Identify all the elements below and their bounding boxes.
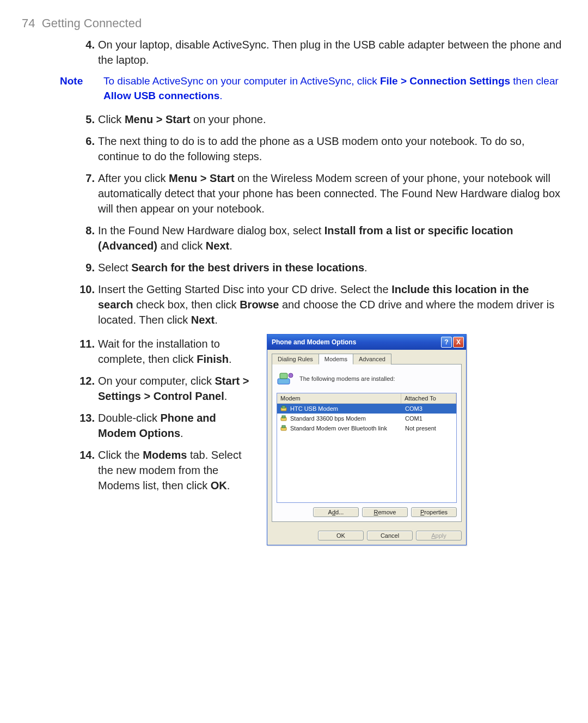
btn-text: A xyxy=(328,509,332,515)
step-bold: Search for the best drivers in these loc… xyxy=(131,262,364,274)
tab-advanced[interactable]: Advanced xyxy=(353,354,391,364)
phone-modem-options-dialog: Phone and Modem Options ? X Dialing Rule… xyxy=(267,334,467,545)
step-text: In the Found New Hardware dialog box, se… xyxy=(98,224,324,236)
step-5: 5. Click Menu > Start on your phone. xyxy=(76,112,566,127)
modem-icon xyxy=(280,424,288,432)
btn-text: roperties xyxy=(424,509,448,515)
step-number: 10. xyxy=(76,282,98,327)
step-text: . xyxy=(180,427,183,439)
step-body: The next thing to do is to add the phone… xyxy=(98,133,566,164)
step-7: 7. After you click Menu > Start on the W… xyxy=(76,171,566,216)
step-14: 14. Click the Modems tab. Select the new… xyxy=(76,447,256,493)
page-title: Getting Connected xyxy=(42,16,142,30)
svg-rect-4 xyxy=(282,406,285,408)
close-icon: X xyxy=(456,338,461,346)
step-text: . xyxy=(227,479,230,491)
dialog-title: Phone and Modem Options xyxy=(272,338,440,346)
step-text: . xyxy=(215,314,218,326)
modem-port: COM3 xyxy=(405,405,422,412)
tabs: Dialing Rules Modems Advanced xyxy=(272,353,462,364)
step-text: and click xyxy=(157,240,206,252)
step-body: Select Search for the best drivers in th… xyxy=(98,260,566,275)
dialog-footer: OK Cancel Apply xyxy=(267,526,466,545)
step-number: 6. xyxy=(76,133,98,164)
modem-name: Standard 33600 bps Modem xyxy=(290,415,366,422)
step-body: Click Menu > Start on your phone. xyxy=(98,112,566,127)
note: Note To disable ActiveSync on your compu… xyxy=(60,74,566,103)
btn-text: A xyxy=(431,532,435,539)
step-bold: Finish xyxy=(197,353,229,365)
step-text: Insert the Getting Started Disc into you… xyxy=(98,283,391,295)
step-body: In the Found New Hardware dialog box, se… xyxy=(98,223,566,253)
properties-button[interactable]: Properties xyxy=(411,507,457,517)
ok-button[interactable]: OK xyxy=(318,531,364,540)
page-number: 74 xyxy=(22,16,35,30)
step-text: check box, then click xyxy=(133,299,240,311)
step-text: Click the xyxy=(98,449,143,461)
step-bold: Next xyxy=(206,240,229,252)
remove-button[interactable]: Remove xyxy=(362,507,408,517)
step-bold: OK xyxy=(211,479,227,491)
modem-icon xyxy=(277,370,294,387)
step-text: Select xyxy=(98,262,131,274)
step-number: 7. xyxy=(76,171,98,216)
header-port[interactable]: Attached To xyxy=(401,393,456,403)
list-item[interactable]: Standard Modem over Bluetooth linkNot pr… xyxy=(277,423,456,433)
step-9: 9. Select Search for the best drivers in… xyxy=(76,260,566,275)
step-12: 12. On your computer, click Start > Sett… xyxy=(76,373,256,404)
list-item[interactable]: Standard 33600 bps ModemCOM1 xyxy=(277,414,456,423)
modem-icon xyxy=(280,415,288,422)
modems-list[interactable]: Modem Attached To HTC USB ModemCOM3Stand… xyxy=(277,393,457,503)
step-body: Wait for the installation to complete, t… xyxy=(98,336,256,367)
step-number: 11. xyxy=(76,336,98,367)
modem-port: COM1 xyxy=(405,415,422,422)
step-11: 11. Wait for the installation to complet… xyxy=(76,336,256,367)
step-body: On your computer, click Start > Settings… xyxy=(98,373,256,404)
step-bold: Browse xyxy=(240,299,279,311)
dialog-titlebar[interactable]: Phone and Modem Options ? X xyxy=(267,335,466,350)
note-bold: File > Connection Settings xyxy=(380,75,510,87)
btn-text: emove xyxy=(378,509,396,515)
help-button[interactable]: ? xyxy=(441,337,452,348)
step-text: The next thing to do is to add the phone… xyxy=(98,135,524,162)
add-button[interactable]: Add... xyxy=(313,507,359,517)
step-number: 4. xyxy=(76,37,98,68)
svg-point-2 xyxy=(289,373,293,378)
step-text: . xyxy=(229,353,232,365)
step-body: On your laptop, disable ActiveSync. Then… xyxy=(98,37,566,68)
step-text: On your laptop, disable ActiveSync. Then… xyxy=(98,39,561,66)
step-bold: Next xyxy=(191,314,215,326)
btn-text: pply xyxy=(436,532,446,539)
apply-button[interactable]: Apply xyxy=(416,531,462,540)
step-bold: Menu > Start xyxy=(125,113,191,125)
step-text: Double-click xyxy=(98,412,160,424)
modem-icon xyxy=(280,405,288,412)
note-body: To disable ActiveSync on your computer i… xyxy=(103,74,566,103)
list-item[interactable]: HTC USB ModemCOM3 xyxy=(277,404,456,414)
svg-rect-6 xyxy=(282,416,285,418)
step-body: Click the Modems tab. Select the new mod… xyxy=(98,447,256,493)
step-bold: Menu > Start xyxy=(169,172,235,184)
step-13: 13. Double-click Phone and Modem Options… xyxy=(76,410,256,441)
step-text: After you click xyxy=(98,172,169,184)
close-button[interactable]: X xyxy=(453,337,464,348)
svg-rect-8 xyxy=(282,426,285,428)
step-bold: Modems xyxy=(143,449,187,461)
tab-dialing-rules[interactable]: Dialing Rules xyxy=(272,354,319,364)
step-text: . xyxy=(229,240,232,252)
list-buttons: Add... Remove Properties xyxy=(277,507,457,517)
modem-name: HTC USB Modem xyxy=(290,405,338,412)
note-label: Note xyxy=(60,74,103,103)
cancel-button[interactable]: Cancel xyxy=(367,531,413,540)
page-header: 74 Getting Connected xyxy=(22,16,566,31)
step-number: 14. xyxy=(76,447,98,493)
note-text: then clear xyxy=(510,75,559,87)
step-4: 4. On your laptop, disable ActiveSync. T… xyxy=(76,37,566,68)
note-bold: Allow USB connections xyxy=(103,90,219,101)
step-text: Click xyxy=(98,113,125,125)
step-body: After you click Menu > Start on the Wire… xyxy=(98,171,566,216)
list-header: Modem Attached To xyxy=(277,393,456,404)
svg-rect-1 xyxy=(280,373,287,379)
header-modem[interactable]: Modem xyxy=(277,393,401,403)
tab-modems[interactable]: Modems xyxy=(318,354,353,364)
